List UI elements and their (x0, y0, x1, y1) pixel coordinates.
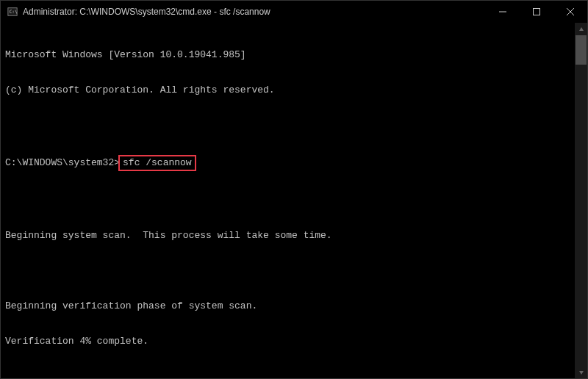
blank-line (5, 195, 570, 206)
svg-marker-7 (579, 371, 584, 375)
minimize-button[interactable] (486, 1, 520, 23)
cmd-window: C:\ Administrator: C:\WINDOWS\system32\c… (0, 0, 588, 379)
svg-rect-3 (534, 9, 540, 15)
prompt-line: C:\WINDOWS\system32>sfc /scannow (5, 155, 570, 171)
scroll-up-button[interactable] (575, 23, 587, 35)
output-line: (c) Microsoft Corporation. All rights re… (5, 84, 570, 96)
titlebar-left: C:\ Administrator: C:\WINDOWS\system32\c… (7, 6, 270, 18)
content-area: Microsoft Windows [Version 10.0.19041.98… (1, 23, 587, 378)
terminal-output[interactable]: Microsoft Windows [Version 10.0.19041.98… (1, 23, 575, 378)
output-line: Microsoft Windows [Version 10.0.19041.98… (5, 49, 570, 61)
window-title: Administrator: C:\WINDOWS\system32\cmd.e… (23, 7, 270, 17)
blank-line (5, 120, 570, 131)
scroll-down-button[interactable] (575, 366, 587, 378)
scroll-thumb[interactable] (576, 35, 587, 65)
output-line: Beginning system scan. This process will… (5, 230, 570, 242)
svg-marker-6 (579, 27, 584, 31)
output-line: Beginning verification phase of system s… (5, 300, 570, 312)
command-highlighted: sfc /scannow (118, 155, 196, 171)
window-controls (486, 1, 587, 23)
maximize-button[interactable] (520, 1, 553, 23)
close-button[interactable] (553, 1, 587, 23)
titlebar[interactable]: C:\ Administrator: C:\WINDOWS\system32\c… (1, 1, 587, 23)
blank-line (5, 265, 570, 277)
output-line: Verification 4% complete. (5, 336, 570, 347)
svg-text:C:\: C:\ (10, 9, 18, 14)
prompt-path: C:\WINDOWS\system32> (5, 157, 120, 169)
vertical-scrollbar[interactable] (575, 23, 587, 378)
cmd-icon: C:\ (7, 6, 18, 18)
